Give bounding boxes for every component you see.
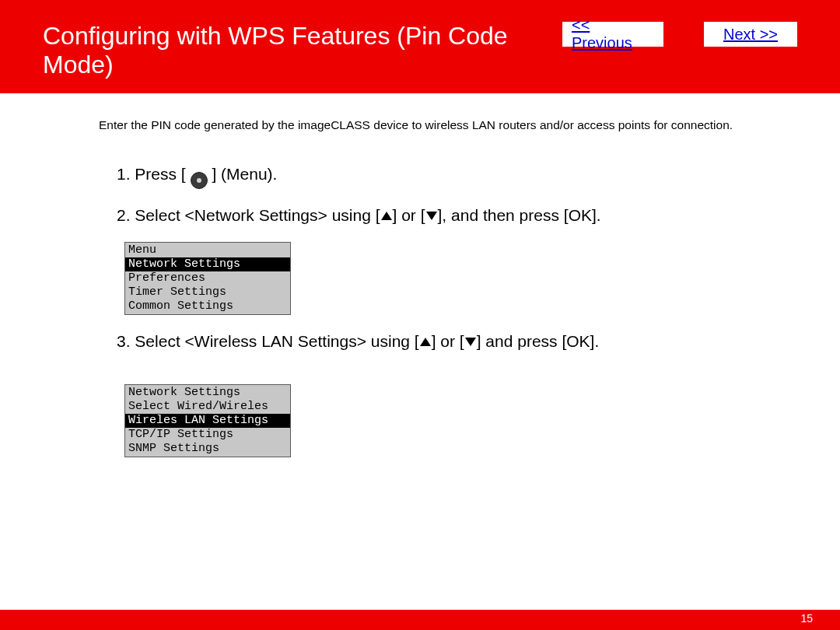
step-2-text-c: ], and then press [OK]. (438, 206, 601, 224)
lcd-item: Timer Settings (125, 285, 290, 299)
step-2-text-a: 2. Select <Network Settings> using [ (117, 206, 380, 224)
step-3-text-b: ] or [ (432, 332, 464, 350)
step-3: 3. Select <Wireless LAN Settings> using … (117, 331, 840, 352)
down-arrow-icon (426, 212, 437, 220)
step-3-text-a: 3. Select <Wireless LAN Settings> using … (117, 332, 419, 350)
lcd-item: Common Settings (125, 299, 290, 313)
up-arrow-icon (381, 212, 392, 220)
lcd-item-selected: Wireles LAN Settings (125, 414, 290, 428)
lcd-item: TCP/IP Settings (125, 428, 290, 442)
steps-list: 1. Press [ ] (Menu). 2. Select <Network … (117, 163, 840, 457)
menu-button-icon (191, 172, 208, 189)
step-2: 2. Select <Network Settings> using [] or… (117, 205, 840, 226)
step-1: 1. Press [ ] (Menu). (117, 163, 840, 189)
step-1-text-a: 1. Press [ (117, 165, 186, 183)
lcd-item: Preferences (125, 271, 290, 285)
previous-link[interactable]: << Previous (562, 22, 663, 47)
page-number: 15 (800, 612, 813, 625)
header-bar: Configuring with WPS Features (Pin Code … (0, 0, 840, 93)
lcd-title: Network Settings (125, 386, 290, 400)
footer-bar: 15 (0, 610, 840, 630)
page-title: Configuring with WPS Features (Pin Code … (43, 22, 544, 79)
lcd-item-selected: Network Settings (125, 257, 290, 271)
down-arrow-icon (465, 338, 476, 346)
lcd-item: Select Wired/Wireles (125, 400, 290, 414)
intro-text: Enter the PIN code generated by the imag… (99, 118, 741, 132)
lcd-item: SNMP Settings (125, 442, 290, 456)
step-2-text-b: ] or [ (393, 206, 425, 224)
lcd-title: Menu (125, 243, 290, 257)
device-screen-network: Network Settings Select Wired/Wireles Wi… (124, 384, 291, 457)
device-screen-menu: Menu Network Settings Preferences Timer … (124, 242, 291, 315)
step-3-text-c: ] and press [OK]. (477, 332, 600, 350)
up-arrow-icon (420, 338, 431, 346)
next-link[interactable]: Next >> (704, 22, 797, 47)
step-1-text-b: ] (Menu). (212, 165, 277, 183)
